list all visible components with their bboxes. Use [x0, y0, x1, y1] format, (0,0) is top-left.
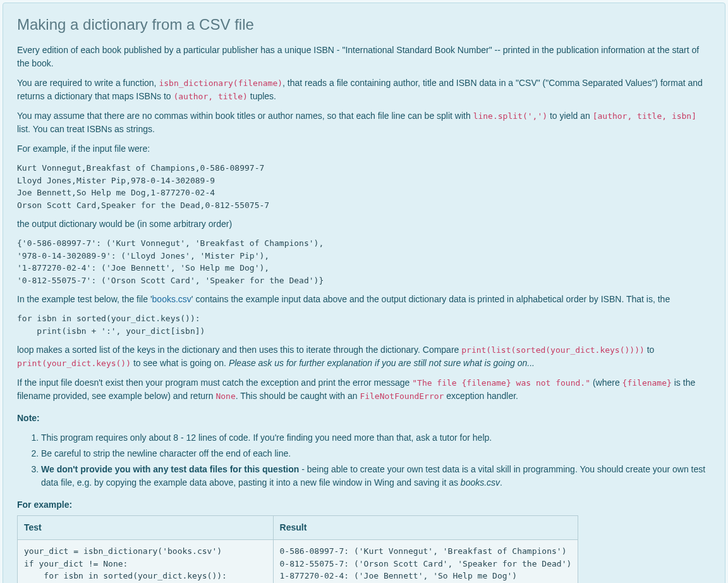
text: .: [500, 477, 502, 488]
text: exception handler.: [444, 391, 518, 401]
exception-paragraph: If the input file doesn't exist then you…: [17, 376, 711, 403]
input-intro: For example, if the input file were:: [17, 142, 711, 156]
note-item-3: We don't provide you with any test data …: [41, 463, 711, 489]
table-row: your_dict = isbn_dictionary('books.csv')…: [18, 540, 578, 584]
note-3-bold: We don't provide you with any test data …: [41, 464, 299, 474]
text: You are required to write a function,: [17, 78, 159, 88]
output-intro: the output dictionary would be (in some …: [17, 218, 711, 231]
requirement-paragraph: You are required to write a function, is…: [17, 77, 711, 103]
text: to yield an: [547, 111, 593, 121]
tuple-code: (author, title): [173, 92, 247, 101]
page-title: Making a dictionary from a CSV file: [17, 13, 711, 36]
compare-code-2: print(your_dict.keys()): [17, 359, 131, 368]
function-signature-code: isbn_dictionary(filename): [159, 78, 282, 88]
none-code: None: [215, 391, 235, 401]
text: (where: [590, 377, 622, 388]
text: to: [645, 345, 655, 355]
text: loop makes a sorted list of the keys in …: [17, 345, 461, 355]
text: to see what is going on.: [131, 358, 229, 368]
output-example-block: {'0-586-08997-7': ('Kurt Vonnegut', 'Bre…: [17, 237, 711, 286]
error-message-code: "The file {filename} was not found.": [412, 378, 590, 388]
text: ' contains the example input data above …: [191, 294, 670, 304]
note-heading: Note:: [17, 412, 711, 425]
split-code: line.split(','): [473, 111, 547, 121]
assumption-paragraph: You may assume that there are no commas …: [17, 109, 711, 136]
compare-code-1: print(list(sorted(your_dict.keys()))): [461, 345, 645, 355]
text: list. You can treat ISBNs as strings.: [17, 124, 155, 134]
example-heading: For example:: [17, 498, 711, 512]
list-code: [author, title, isbn]: [593, 111, 696, 121]
notes-list: This program requires only about 8 - 12 …: [30, 431, 711, 489]
text: . This should be caught with an: [236, 391, 360, 401]
exception-name-code: FileNotFoundError: [360, 391, 444, 401]
question-panel: Making a dictionary from a CSV file Ever…: [3, 3, 725, 583]
col-header-result: Result: [273, 516, 578, 540]
input-example-block: Kurt Vonnegut,Breakfast of Champions,0-5…: [17, 162, 711, 211]
intro-paragraph: Every edition of each book published by …: [17, 44, 711, 70]
text: tuples.: [248, 91, 276, 101]
note-item-2: Be careful to strip the newline characte…: [41, 447, 711, 460]
text: If the input file doesn't exist then you…: [17, 377, 412, 388]
loop-code-block: for isbn in sorted(your_dict.keys()): pr…: [17, 312, 711, 337]
text: In the example test below, the file ': [17, 294, 152, 304]
note-3-filename: books.csv: [461, 477, 500, 488]
books-csv-link[interactable]: books.csv: [152, 294, 191, 304]
text: You may assume that there are no commas …: [17, 111, 473, 121]
ask-tutor-emphasis: Please ask us for further explanation if…: [229, 358, 535, 368]
testfile-paragraph: In the example test below, the file 'boo…: [17, 293, 711, 306]
test-cell: your_dict = isbn_dictionary('books.csv')…: [18, 540, 274, 584]
explain-paragraph: loop makes a sorted list of the keys in …: [17, 343, 711, 370]
example-table: Test Result your_dict = isbn_dictionary(…: [17, 515, 578, 583]
col-header-test: Test: [18, 516, 274, 540]
filename-placeholder-code: {filename}: [622, 378, 672, 388]
note-item-1: This program requires only about 8 - 12 …: [41, 431, 711, 445]
result-cell: 0-586-08997-7: ('Kurt Vonnegut', 'Breakf…: [273, 540, 578, 584]
